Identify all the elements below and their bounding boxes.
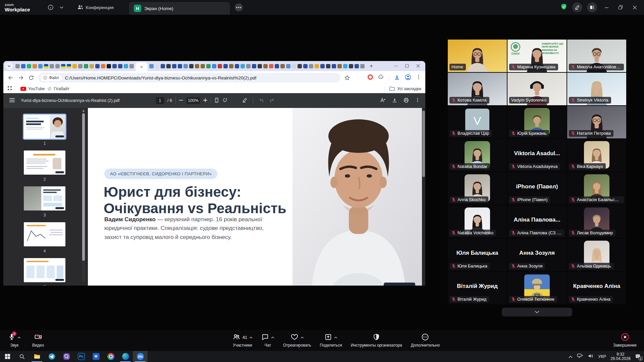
browser-tab-favicon[interactable]: [21, 64, 25, 68]
redo-icon[interactable]: [269, 98, 275, 104]
sidebar-scrollbar[interactable]: ▲: [82, 109, 85, 282]
browser-tab-favicon[interactable]: [124, 64, 128, 68]
browser-tab-favicon[interactable]: [107, 64, 111, 68]
browser-tab-favicon[interactable]: [212, 64, 216, 68]
pdf-annotate-pen-icon[interactable]: [242, 98, 248, 104]
taskbar-zoom-app-icon[interactable]: zm: [133, 351, 148, 362]
browser-tab-favicon[interactable]: [61, 64, 65, 68]
zoom-out-icon[interactable]: [179, 98, 183, 103]
download-icon[interactable]: [392, 98, 397, 104]
participant-tile-13[interactable]: Anna Skochko: [448, 172, 507, 205]
toolbar-share-button[interactable]: Поделиться: [320, 333, 342, 348]
undo-icon[interactable]: [259, 98, 264, 104]
toolbar-video_off-button[interactable]: Видео: [32, 333, 44, 348]
browser-tab-favicon[interactable]: [229, 64, 233, 68]
browser-tab-favicon[interactable]: [326, 64, 330, 68]
browser-tab-favicon[interactable]: [355, 64, 359, 68]
participant-tile-7[interactable]: VВладислав Цар: [448, 106, 507, 138]
profile-icon[interactable]: [405, 74, 411, 82]
participant-tile-12[interactable]: Віка Карнаух: [567, 139, 626, 172]
chevron-up-icon[interactable]: [17, 337, 21, 339]
participant-tile-18[interactable]: Лисак Володимир: [567, 205, 626, 238]
chevron-down-icon[interactable]: [60, 6, 63, 9]
tab-search-chevron-icon[interactable]: [5, 62, 13, 70]
pdf-thumbnail-page-3[interactable]: [24, 186, 65, 210]
browser-tab-favicon[interactable]: [298, 64, 302, 68]
participant-tile-10[interactable]: Nataliia Bondar: [448, 139, 507, 172]
chevron-up-icon[interactable]: [334, 337, 337, 339]
downloads-icon[interactable]: [394, 74, 400, 82]
participant-tile-5[interactable]: Vadym Sydorenko: [507, 73, 567, 105]
toolbar-shield-button[interactable]: Инструменты организатора: [351, 333, 402, 348]
pdf-thumbnail-page-4[interactable]: [24, 222, 65, 246]
browser-tab-favicon[interactable]: [315, 64, 319, 68]
browser-tab-favicon[interactable]: [252, 64, 256, 68]
browser-tab-favicon[interactable]: [269, 64, 273, 68]
browser-tab-favicon[interactable]: [320, 64, 325, 68]
participant-tile-23[interactable]: NОлексій Тютюнник: [507, 272, 567, 304]
browser-tab-favicon[interactable]: [155, 64, 159, 68]
browser-tab-favicon[interactable]: [263, 64, 268, 68]
tab-screen-share[interactable]: H Экран (Home): [129, 2, 230, 15]
chevron-up-icon[interactable]: [301, 337, 304, 339]
add-text-icon[interactable]: [380, 98, 386, 104]
toolbar-end-button[interactable]: Завершение: [613, 333, 637, 348]
apps-grid-icon[interactable]: [7, 86, 12, 92]
participant-tile-8[interactable]: Юрій Брижань: [507, 106, 567, 138]
tab-more-options-icon[interactable]: •••: [235, 3, 243, 11]
participant-tile-1[interactable]: Home: [448, 40, 507, 72]
browser-tab-favicon[interactable]: [55, 64, 60, 68]
annotate-pen-icon[interactable]: [572, 2, 582, 12]
active-browser-tab[interactable]: ×: [136, 62, 148, 71]
browser-tab-favicon[interactable]: [360, 64, 365, 68]
pdf-thumbnail-page-2[interactable]: [24, 150, 65, 175]
browser-tab-favicon[interactable]: [27, 64, 31, 68]
tab-meeting[interactable]: Конференция: [74, 3, 117, 12]
chevron-up-icon[interactable]: [249, 337, 253, 339]
bookmark-youtube[interactable]: YouTube: [20, 86, 45, 91]
browser-tab-favicon[interactable]: [223, 64, 228, 68]
toolbar-chat-button[interactable]: Чат: [261, 333, 274, 348]
browser-tab-favicon[interactable]: [286, 64, 290, 68]
browser-tab-favicon[interactable]: [129, 64, 134, 68]
info-icon[interactable]: [48, 4, 54, 10]
browser-tab-favicon[interactable]: [67, 64, 71, 68]
browser-tab-favicon[interactable]: [235, 64, 239, 68]
taskbar-start-icon[interactable]: [0, 351, 15, 362]
participant-tile-24[interactable]: Кравченко АлінаКравченко Аліна: [567, 272, 626, 304]
notification-center-icon[interactable]: 1: [635, 354, 641, 359]
print-icon[interactable]: [404, 98, 409, 104]
browser-tab-favicon[interactable]: [343, 64, 347, 68]
participant-tile-6[interactable]: Strelnyk Viktoria: [567, 73, 626, 105]
browser-tab-favicon[interactable]: [201, 64, 205, 68]
browser-tab-favicon[interactable]: [337, 64, 342, 68]
tray-chevron-up-icon[interactable]: [569, 354, 573, 360]
browser-tab-favicon[interactable]: [149, 64, 154, 68]
participant-tile-20[interactable]: Анна ЗозуляАнна Зозуля: [507, 239, 567, 271]
pdf-thumbnail-page-5[interactable]: [24, 258, 65, 282]
taskbar-chrome-icon[interactable]: [103, 351, 118, 362]
taskbar-telegram-icon[interactable]: [44, 351, 59, 362]
toolbar-people-button[interactable]: 41Участники: [232, 333, 253, 348]
browser-tab-favicon[interactable]: [112, 64, 117, 68]
participant-tile-9[interactable]: Наталія Петрова: [567, 106, 626, 138]
browser-tab-favicon[interactable]: [72, 64, 77, 68]
restore-button[interactable]: [616, 3, 625, 12]
toolbar-mic-button[interactable]: !Звук: [8, 333, 21, 348]
browser-tab-favicon[interactable]: [246, 64, 251, 68]
browser-tab-favicon[interactable]: [90, 64, 94, 68]
browser-tab-favicon[interactable]: [166, 64, 171, 68]
page-number-input[interactable]: 1: [156, 97, 164, 104]
browser-tab-favicon[interactable]: [189, 64, 194, 68]
pdf-menu-icon[interactable]: [9, 98, 15, 104]
participant-tile-22[interactable]: Віталій ЖуридВіталій Журид: [448, 272, 507, 304]
browser-tab-favicon[interactable]: [206, 64, 211, 68]
browser-tab-favicon[interactable]: [50, 64, 54, 68]
fit-page-icon[interactable]: [214, 98, 219, 104]
participant-tile-16[interactable]: Nataliia Volchenko: [448, 205, 507, 238]
taskbar-word-icon[interactable]: W: [89, 351, 103, 362]
participant-tile-2[interactable]: СНАУУНІВЕРСИТЕТ, ЩО ПЕРЕТВОРЮЄ ВИКЛИКИ Н…: [507, 40, 567, 72]
bookmark-gigabyte[interactable]: Гігабайт: [47, 86, 69, 91]
browser-tab-favicon[interactable]: [309, 64, 313, 68]
browser-tab-favicon[interactable]: [349, 64, 353, 68]
